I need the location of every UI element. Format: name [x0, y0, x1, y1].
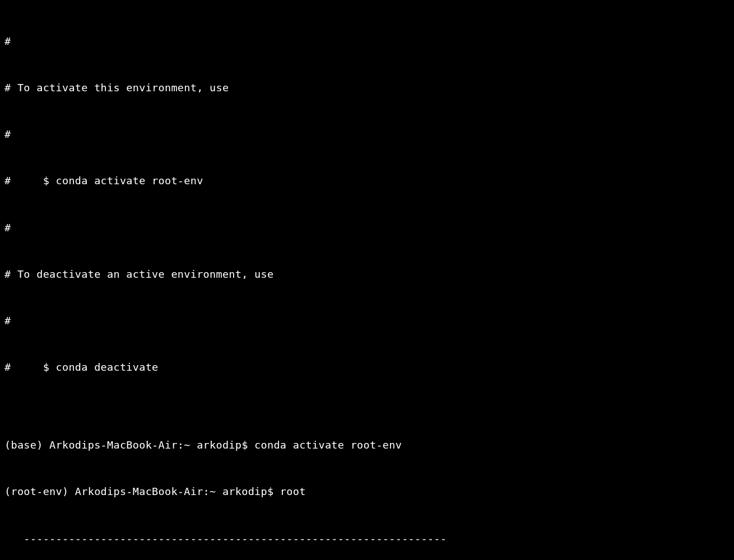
terminal-output[interactable]: # # To activate this environment, use # …: [4, 2, 730, 560]
output-line: # $ conda deactivate: [4, 360, 730, 375]
output-line: # To activate this environment, use: [4, 80, 730, 96]
output-line: #: [4, 220, 730, 236]
shell-prompt-line: (base) Arkodips-MacBook-Air:~ arkodip$ c…: [4, 437, 730, 453]
output-line: #: [4, 127, 730, 142]
shell-prompt-line: (root-env) Arkodips-MacBook-Air:~ arkodi…: [4, 484, 730, 500]
output-line: # $ conda activate root-env: [4, 173, 730, 189]
output-line: # To deactivate an active environment, u…: [4, 267, 730, 282]
output-line: #: [4, 34, 730, 49]
root-banner-line: ----------------------------------------…: [4, 531, 730, 547]
output-line: #: [4, 313, 730, 329]
